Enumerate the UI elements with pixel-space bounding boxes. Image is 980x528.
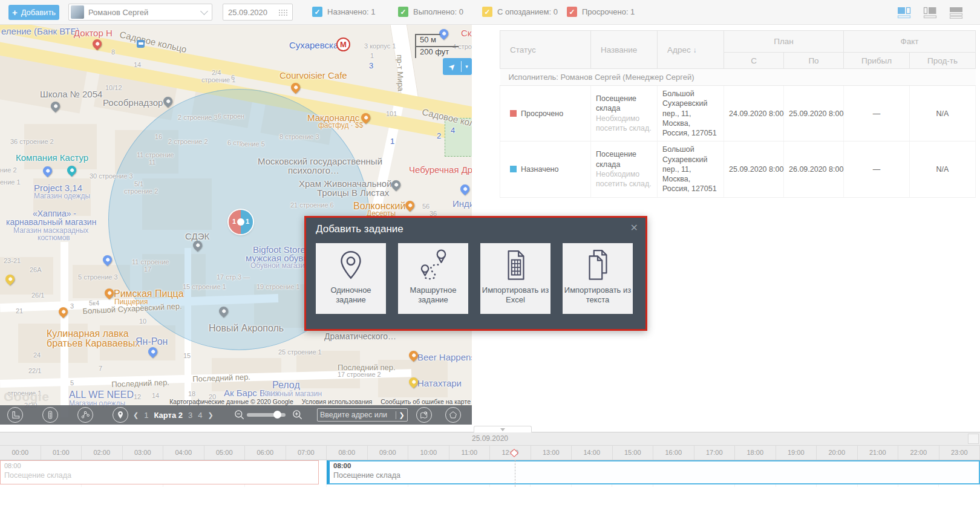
map-label: оение 5 [241,140,265,148]
map-label: фастфуд · $$ [318,121,363,129]
map-label: 5/1 [134,180,143,187]
markers-button[interactable] [113,407,128,423]
traffic-button[interactable] [42,407,58,423]
map-label: 2 [437,131,441,140]
prev-page-button[interactable]: ❮ [133,411,139,419]
zoom-slider[interactable] [247,413,286,417]
report-error-link[interactable]: Сообщить об ошибке на карте [381,398,471,405]
column-plan: План [724,31,844,53]
zoom-out-button[interactable] [234,409,246,423]
task-title: Посещение склада [333,471,975,480]
column-status[interactable]: Статус [500,31,591,69]
import-text-option[interactable]: Импортировать из текста [563,243,633,314]
map-label: 1 [370,52,374,59]
terms-link[interactable]: Условия использования [302,398,373,405]
map-label: Новый Акрополь [209,323,284,334]
measure-button[interactable] [7,407,23,423]
text-documents-icon [578,247,617,284]
map-label: 2 строение 2 [168,138,208,145]
column-plan-to[interactable]: По [784,53,844,69]
share-icon [80,410,90,420]
search-go-button[interactable]: ❯ [396,411,407,419]
map-scale: 50 м 200 фут [415,34,459,58]
page-active[interactable]: Карта 2 [154,411,183,420]
import-excel-label: Импортировать из Excel [480,285,550,305]
assigned-checkbox[interactable]: ✓ [312,7,322,17]
column-fact-duration[interactable]: Прод-ть [910,53,976,69]
share-routes-button[interactable] [77,407,93,423]
import-excel-option[interactable]: Импортировать из Excel [480,243,550,314]
cluster-overdue-count: 1 [232,218,236,225]
zoom-in-button[interactable] [292,409,304,423]
map-label: 15 строение 1 [183,283,226,290]
close-icon[interactable]: ✕ [630,222,638,233]
current-time-line [515,460,515,487]
executor-select[interactable]: Романов Сергей [68,4,212,21]
timeline-collapse-handle[interactable] [474,426,532,432]
timeline-date: 25.09.2020 [0,432,980,446]
layout-3-icon [949,7,964,19]
filter-late: ✓ С опозданием: 0 [482,7,558,17]
column-fact-arrived[interactable]: Прибыл [844,53,910,69]
polygon-button[interactable] [445,407,461,423]
modal-options: Одиночное задание Маршрутное задание Имп… [316,243,633,314]
navigate-button[interactable]: ➤ ▾ [443,58,472,75]
map-label: 23-21 [4,257,21,264]
add-task-modal: Добавить задание ✕ Одиночное задание Мар… [304,216,647,331]
map-label: 11 строение [132,258,169,266]
next-page-button[interactable]: ❯ [207,411,213,419]
column-name[interactable]: Название [591,31,658,69]
column-plan-from[interactable]: С [724,53,784,69]
map-label: Ян-Рон [136,336,168,347]
task-table-body: Исполнитель: Романов Сергей (Менеджер Се… [500,69,976,198]
late-checkbox[interactable]: ✓ [482,7,492,17]
task-cluster-marker[interactable]: 1 1 [229,210,253,234]
shopping-pin-icon [146,345,159,358]
table-row[interactable]: НазначеноПосещение складаНеобходимо посе… [500,142,976,197]
map-label: Книжный магазин [263,389,322,398]
scrollbar-thumb[interactable] [968,434,979,444]
calendar-icon [278,8,287,16]
modal-title: Добавить задание [316,223,403,235]
assigned-label: Назначено: 1 [327,7,375,16]
plus-icon: + [12,8,18,17]
map-label: ение 1 [0,178,21,186]
timeline-hour: 04:00 [163,446,204,460]
map-label: Школа № 2054 [40,89,102,99]
add-button[interactable]: + Добавить [8,5,59,20]
address-header-label: Адрес [667,45,691,54]
page-4[interactable]: 4 [198,411,202,420]
task-time: 08:00 [333,462,975,469]
page-1[interactable]: 1 [144,411,148,420]
route-task-option[interactable]: Маршрутное задание [398,243,468,314]
executor-group-label: Исполнитель: Романов Сергей (Менеджер Се… [500,69,976,86]
store-pin-icon [459,183,471,195]
zoom-slider-thumb[interactable] [273,411,281,419]
task-bar-assigned[interactable]: 08:00 Посещение склада [327,460,980,484]
layout-map-table-button[interactable] [897,7,912,21]
date-input[interactable]: 25.09.2020 [223,4,293,21]
map-label: 11 [149,158,155,166]
layout-table-button[interactable] [923,7,938,21]
map-label: 22/1 [28,367,41,374]
layout-rows-button[interactable] [949,7,964,21]
single-task-option[interactable]: Одиночное задание [316,243,386,314]
page-3[interactable]: 3 [188,411,192,420]
overdue-checkbox[interactable]: ✓ [567,7,577,17]
shopping-pin-icon [101,253,114,266]
column-address[interactable]: Адрес ↓ [658,31,724,69]
done-checkbox[interactable]: ✓ [398,7,408,17]
timeline-hour: 02:00 [82,446,123,460]
map-label: 18 [188,390,195,397]
magnifier-plus-icon [292,409,304,421]
task-bar-overdue[interactable]: 08:00 Посещение склада [0,460,319,484]
timeline-hour: 00:00 [0,446,41,460]
column-fact: Факт [844,31,976,53]
map-label: 21 [16,307,23,315]
executor-group-row[interactable]: Исполнитель: Романов Сергей (Менеджер Се… [500,69,976,86]
map-label: Доктор Н [74,28,113,38]
table-row[interactable]: ПросроченоПосещение складаНеобходимо пос… [500,86,976,142]
map-label: СДЭК [185,231,209,241]
geozones-button[interactable] [416,407,432,423]
address-search-input[interactable] [318,411,396,419]
